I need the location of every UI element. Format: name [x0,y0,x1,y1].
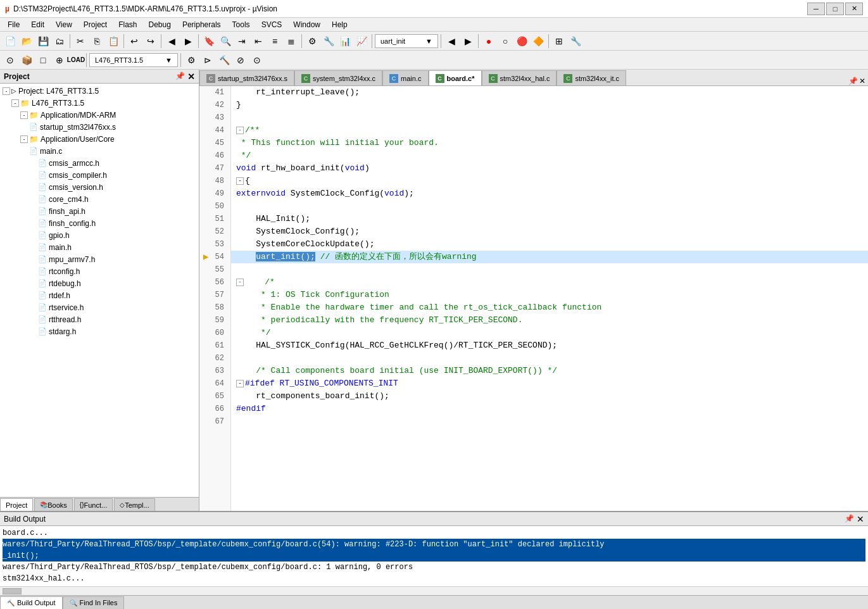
tree-item-7[interactable]: 📄cmsis_compiler.h [0,169,199,181]
tb2-btn5[interactable]: LOAD [68,53,84,68]
file-tab-5[interactable]: Cstm32l4xx_it.c [557,70,626,85]
code-line-57[interactable]: * 1: OS Tick Configuration [231,289,868,301]
proj-tab-3[interactable]: ◇ Templ... [114,498,155,511]
function-field[interactable]: uart_init ▼ [375,34,438,48]
view-extra1[interactable]: ⊞ [551,34,567,49]
comment-button[interactable]: ≡ [267,34,282,49]
debug-run-button[interactable]: ● [481,34,496,49]
nav-forward-button[interactable]: ▶ [180,34,196,49]
tree-item-5[interactable]: 📄main.c [0,145,199,157]
file-tab-0[interactable]: Cstartup_stm32l476xx.s [199,70,294,85]
tree-item-2[interactable]: -📁Application/MDK-ARM [0,109,199,121]
menu-tools[interactable]: Tools [227,19,255,30]
code-line-45[interactable]: * This function will initial your board. [231,137,868,149]
file-tab-4[interactable]: Cstm32l4xx_hal.c [482,70,557,85]
code-line-46[interactable]: */ [231,149,868,162]
outdent-button[interactable]: ⇤ [251,34,266,49]
title-bar-controls[interactable]: ─ □ ✕ [807,3,863,15]
code-lines[interactable]: rt_interrupt_leave();}-/** * This functi… [231,86,868,511]
code-line-49[interactable]: extern void SystemClock_Config(void); [231,187,868,200]
debug-extra1[interactable]: 🔴 [514,34,529,49]
menu-flash[interactable]: Flash [113,19,142,30]
code-line-48[interactable]: -{ [231,175,868,187]
tb2-btn3[interactable]: □ [35,53,51,68]
maximize-button[interactable]: □ [826,3,844,15]
file-tab-1[interactable]: Csystem_stm32l4xx.c [294,70,382,85]
tree-item-4[interactable]: -📁Application/User/Core [0,133,199,145]
code-line-44[interactable]: -/** [231,124,868,137]
view-extra2[interactable]: 🔧 [568,34,583,49]
code-line-61[interactable]: HAL_SYSTICK_Config(HAL_RCC_GetHCLKFreq()… [231,339,868,352]
tb-extra3[interactable]: 📊 [337,34,353,49]
build-line-0[interactable]: board.c... [3,527,865,539]
build-line-4[interactable]: stm32l4xx_hal.c... [3,573,865,584]
nav-back-button[interactable]: ◀ [164,34,179,49]
debug-extra2[interactable]: 🔶 [531,34,546,49]
menu-view[interactable]: View [51,19,77,30]
minimize-button[interactable]: ─ [807,3,825,15]
tb2-build-btn4[interactable]: ⊘ [233,53,248,68]
debug-stop-button[interactable]: ○ [498,34,513,49]
paste-button[interactable]: 📋 [106,34,121,49]
tb2-btn2[interactable]: 📦 [19,53,34,68]
copy-button[interactable]: ⎘ [89,34,104,49]
tb-extra2[interactable]: 🔧 [321,34,336,49]
proj-tab-1[interactable]: 📚 Books [34,498,73,511]
code-line-62[interactable] [231,352,868,365]
code-line-41[interactable]: rt_interrupt_leave(); [231,86,868,99]
menu-file[interactable]: File [3,19,25,30]
tb2-btn4[interactable]: ⊕ [52,53,67,68]
menu-debug[interactable]: Debug [144,19,176,30]
tree-item-0[interactable]: -▷Project: L476_RTT3.1.5 [0,85,199,97]
tb-extra4[interactable]: 📈 [354,34,369,49]
project-pin-icon[interactable]: 📌 [175,72,185,82]
proj-tab-2[interactable]: {} Funct... [74,498,113,511]
save-button[interactable]: 💾 [35,34,51,49]
close-button[interactable]: ✕ [845,3,863,15]
tb2-build-btn1[interactable]: ⚙ [184,53,199,68]
build-pin-icon[interactable]: 📌 [845,514,854,524]
bottom-tab-0[interactable]: 🔨 Build Output [0,596,63,609]
build-output-content[interactable]: board.c...wares/Third_Party/RealThread_R… [0,526,868,586]
code-line-65[interactable]: rt_components_board_init(); [231,390,868,403]
code-line-51[interactable]: HAL_Init(); [231,213,868,225]
code-line-43[interactable] [231,111,868,124]
menu-project[interactable]: Project [79,19,112,30]
build-line-1[interactable]: wares/Third_Party/RealThread_RTOS/bsp/_t… [3,539,865,550]
tree-item-16[interactable]: 📄rtdebug.h [0,277,199,289]
new-file-button[interactable]: 📄 [3,34,18,49]
tb2-build-btn3[interactable]: 🔨 [217,53,232,68]
tree-item-10[interactable]: 📄finsh_api.h [0,205,199,217]
code-line-58[interactable]: * Enable the hardware timer and call the… [231,301,868,314]
menu-help[interactable]: Help [327,19,353,30]
file-tab-2[interactable]: Cmain.c [382,70,428,85]
tree-item-17[interactable]: 📄rtdef.h [0,289,199,301]
bottom-tab-1[interactable]: 🔍 Find In Files [63,596,125,609]
code-line-60[interactable]: */ [231,327,868,339]
find-button[interactable]: 🔍 [218,34,233,49]
search-next-button[interactable]: ▶ [460,34,475,49]
code-line-54[interactable]: uart_init(); // 函数的定义在下面，所以会有warning [231,251,868,263]
tb-extra1[interactable]: ⚙ [305,34,320,49]
tree-item-19[interactable]: 📄rtthread.h [0,313,199,325]
save-all-button[interactable]: 🗂 [52,34,67,49]
menu-edit[interactable]: Edit [26,19,49,30]
code-line-67[interactable] [231,415,868,428]
menu-peripherals[interactable]: Peripherals [177,19,226,30]
tb2-build-btn5[interactable]: ⊙ [249,53,265,68]
undo-button[interactable]: ↩ [127,34,142,49]
file-tab-3[interactable]: Cboard.c* [429,70,482,85]
code-line-63[interactable]: /* Call components board initial (use IN… [231,365,868,377]
code-line-52[interactable]: SystemClock_Config(); [231,225,868,238]
build-close-icon[interactable]: ✕ [857,514,864,524]
menu-svcs[interactable]: SVCS [256,19,287,30]
open-button[interactable]: 📂 [19,34,34,49]
tree-item-1[interactable]: -📁L476_RTT3.1.5 [0,97,199,109]
tree-item-14[interactable]: 📄mpu_armv7.h [0,253,199,265]
code-line-42[interactable]: } [231,99,868,111]
code-container[interactable]: 41424344454647484950515253▶5455565758596… [199,86,868,511]
tb2-btn1[interactable]: ⊙ [3,53,18,68]
code-line-47[interactable]: void rt_hw_board_init(void) [231,162,868,175]
tree-item-12[interactable]: 📄gpio.h [0,229,199,241]
code-line-55[interactable] [231,263,868,276]
